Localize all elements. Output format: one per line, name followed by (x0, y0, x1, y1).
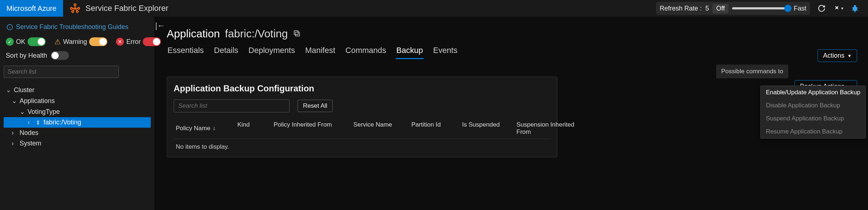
sort-by-health-label: Sort by Health (6, 52, 47, 59)
app-title-text: Service Fabric Explorer (86, 4, 169, 13)
backup-config-panel: Application Backup Configuration Reset A… (167, 77, 557, 157)
health-ok[interactable]: ✓ OK (6, 37, 46, 46)
tree-system-label: System (20, 140, 41, 147)
sidebar-search-input[interactable] (4, 66, 119, 78)
col-policy-inherited-from[interactable]: Policy Inherited From (274, 121, 346, 136)
table-header: Policy Name ↓ Kind Policy Inherited From… (174, 118, 551, 139)
tab-details[interactable]: Details (213, 44, 239, 59)
tree-system[interactable]: › System (4, 138, 151, 149)
tree-applications[interactable]: ⌄ Applications (4, 95, 151, 106)
main-content: |← Application fabric:/Voting Essentials… (156, 17, 868, 210)
menu-suspend-backup[interactable]: Suspend Application Backup (761, 112, 865, 125)
col-suspension-inherited-from[interactable]: Suspension Inherited From (516, 121, 589, 136)
svg-rect-9 (294, 31, 298, 35)
chevron-down-icon: ▼ (847, 53, 852, 58)
menu-resume-backup[interactable]: Resume Application Backup (761, 125, 865, 138)
collapse-sidebar-icon[interactable]: |← (155, 21, 165, 30)
health-warning-label: Warning (63, 38, 87, 46)
health-error-label: Error (126, 38, 141, 46)
backup-actions-menu: Enable/Update Application Backup Disable… (760, 86, 866, 139)
chevron-right-icon: › (12, 129, 17, 137)
table-empty: No items to display. (174, 139, 551, 155)
tree-voting-app-label: fabric:/Voting (43, 119, 81, 126)
chevron-right-icon: › (28, 119, 33, 126)
warning-icon: ⚠ (54, 37, 61, 46)
col-partition-id[interactable]: Partition Id (411, 121, 455, 136)
tab-events[interactable]: Events (432, 44, 458, 59)
col-is-suspended[interactable]: Is Suspended (462, 121, 509, 136)
app-icon (36, 120, 41, 125)
app-title: Service Fabric Explorer (63, 3, 175, 14)
col-policy-name[interactable]: Policy Name ↓ (176, 121, 230, 136)
error-icon: ✕ (116, 38, 124, 46)
tree-voting-type[interactable]: ⌄ VotingType (4, 106, 151, 117)
svg-point-1 (70, 8, 72, 9)
actions-button[interactable]: Actions ▼ (818, 49, 857, 62)
health-warning[interactable]: ⚠ Warning (54, 37, 107, 46)
refresh-rate-control[interactable]: Refresh Rate : 5 Off Fast (656, 2, 810, 15)
col-kind[interactable]: Kind (237, 121, 266, 136)
chevron-down-icon: ⌄ (20, 108, 25, 116)
tab-backup[interactable]: Backup (396, 44, 424, 59)
copy-icon[interactable] (293, 28, 301, 40)
tree-nodes-label: Nodes (20, 129, 38, 137)
sort-down-icon: ↓ (212, 125, 216, 132)
bug-icon[interactable] (850, 3, 860, 13)
tab-deployments[interactable]: Deployments (248, 44, 296, 59)
svg-point-6 (854, 5, 856, 7)
troubleshooting-link-text: Service Fabric Troubleshooting Guides (16, 23, 128, 31)
tree-applications-label: Applications (20, 97, 55, 105)
service-fabric-icon (70, 3, 80, 14)
cluster-tree: ⌄ Cluster ⌄ Applications ⌄ VotingType › … (4, 82, 151, 151)
health-ok-toggle[interactable] (28, 37, 46, 46)
svg-rect-8 (296, 32, 300, 36)
panel-search-input[interactable] (174, 99, 290, 112)
tooltip: Possible commands to (716, 65, 788, 78)
page-title: Application fabric:/Voting (165, 21, 859, 41)
slider-thumb[interactable] (784, 5, 792, 12)
panel-title: Application Backup Configuration (174, 83, 551, 98)
tree-nodes[interactable]: › Nodes (4, 128, 151, 138)
reset-all-button[interactable]: Reset All (298, 100, 333, 112)
svg-point-2 (78, 8, 79, 9)
health-ok-label: OK (16, 38, 25, 46)
refresh-slider[interactable] (732, 7, 790, 9)
azure-brand[interactable]: Microsoft Azure (0, 0, 63, 17)
chevron-down-icon: ⌄ (6, 86, 11, 94)
tab-commands[interactable]: Commands (345, 44, 387, 59)
ok-icon: ✓ (6, 38, 14, 46)
menu-disable-backup[interactable]: Disable Application Backup (761, 99, 865, 112)
settings-icon[interactable]: ▾ (833, 3, 843, 13)
refresh-rate-value: 5 (705, 5, 709, 12)
tree-cluster-label: Cluster (14, 86, 34, 94)
tree-voting-type-label: VotingType (28, 108, 60, 116)
chevron-down-icon: ⌄ (12, 97, 17, 105)
page-title-prefix: Application (167, 28, 220, 40)
sidebar: Service Fabric Troubleshooting Guides ✓ … (0, 17, 156, 210)
actions-button-label: Actions (823, 52, 844, 59)
tab-manifest[interactable]: Manifest (304, 44, 336, 59)
page-title-name: fabric:/Voting (225, 28, 288, 40)
col-service-name[interactable]: Service Name (353, 121, 404, 136)
refresh-fast-label: Fast (794, 5, 806, 12)
svg-point-0 (74, 4, 76, 6)
refresh-rate-label: Refresh Rate : (660, 5, 702, 12)
chevron-right-icon: › (12, 140, 17, 147)
health-warning-toggle[interactable] (89, 37, 107, 46)
tree-voting-app[interactable]: › fabric:/Voting (4, 117, 151, 128)
menu-enable-update-backup[interactable]: Enable/Update Application Backup (761, 86, 865, 99)
tab-essentials[interactable]: Essentials (167, 44, 204, 59)
refresh-off-label: Off (713, 4, 728, 13)
troubleshooting-link[interactable]: Service Fabric Troubleshooting Guides (4, 22, 151, 36)
info-icon (7, 24, 13, 30)
svg-point-3 (72, 11, 74, 12)
svg-point-4 (76, 11, 78, 12)
tree-cluster[interactable]: ⌄ Cluster (4, 85, 151, 95)
refresh-icon[interactable] (817, 3, 827, 13)
sort-by-health[interactable]: Sort by Health (4, 50, 151, 64)
sort-by-health-toggle[interactable] (51, 51, 69, 60)
tabs: Essentials Details Deployments Manifest … (165, 41, 859, 59)
health-error[interactable]: ✕ Error (116, 37, 161, 46)
